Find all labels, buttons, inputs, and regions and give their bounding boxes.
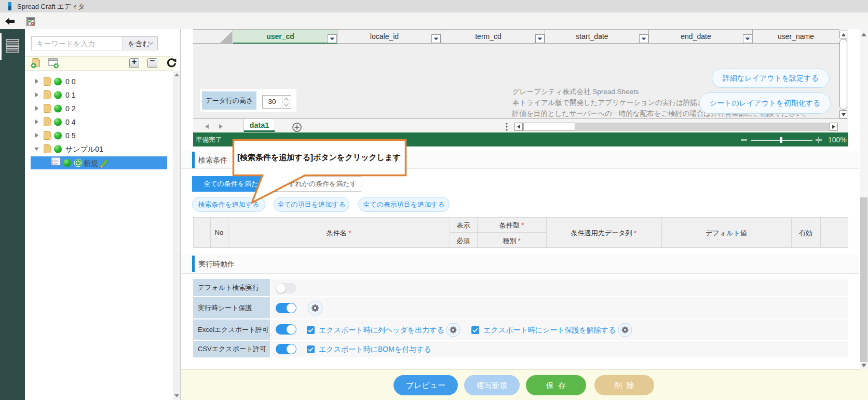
- svg-text:0 1: 0 1: [65, 91, 76, 99]
- svg-text:新規: 新規: [84, 159, 98, 167]
- svg-text:0 2: 0 2: [65, 104, 76, 113]
- svg-text:0 4: 0 4: [65, 118, 76, 126]
- svg-text:サンプル01: サンプル01: [65, 145, 103, 153]
- svg-text:0 0: 0 0: [65, 77, 76, 86]
- svg-text:0 5: 0 5: [65, 131, 76, 140]
